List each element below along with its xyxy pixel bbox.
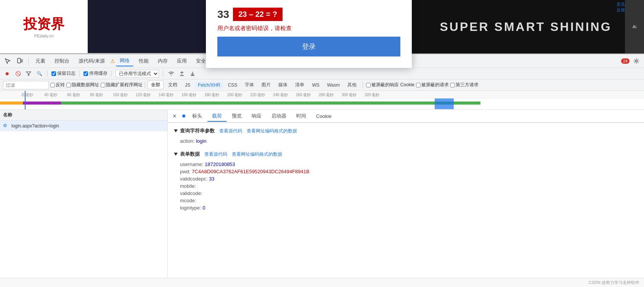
- type-img-btn[interactable]: 图片: [259, 81, 274, 89]
- upload-icon[interactable]: [178, 69, 186, 78]
- settings-icon[interactable]: [631, 56, 642, 66]
- right-ad-text: SUPER SMART SHINING: [440, 20, 612, 34]
- form-param-mobile: mobile:: [174, 182, 638, 190]
- type-css-btn[interactable]: CSS: [225, 82, 241, 89]
- type-other-btn[interactable]: 其他: [344, 81, 360, 89]
- filter-sep: [145, 82, 145, 88]
- detail-tab-response[interactable]: 响应: [247, 111, 266, 122]
- form-view-source-link[interactable]: 查看源代码: [204, 151, 227, 158]
- feedback-btn[interactable]: 意见反馈: [617, 2, 625, 13]
- hide-extension-urls-checkbox[interactable]: 隐藏扩展程序网址: [101, 82, 143, 88]
- requests-header-label: 名称: [3, 112, 12, 118]
- type-ws-btn[interactable]: WS: [309, 82, 322, 89]
- detail-tab-initiator[interactable]: 启动器: [267, 111, 291, 122]
- request-item-login[interactable]: ⚙ login.aspx?action=login: [0, 121, 167, 131]
- disable-cache-label: 停用缓存: [89, 70, 108, 77]
- tab-console[interactable]: 控制台: [51, 56, 73, 66]
- inspect-icon[interactable]: [2, 56, 13, 66]
- device-icon[interactable]: [14, 56, 25, 66]
- throttle-dropdown[interactable]: 已停用节流模式: [116, 70, 159, 77]
- logo-main-text: 投资界: [23, 15, 64, 34]
- invert-checkbox[interactable]: 反转: [50, 82, 65, 88]
- hide-data-urls-checkbox[interactable]: 隐藏数据网址: [66, 82, 99, 88]
- tab-elements[interactable]: 元素: [32, 56, 49, 66]
- tab-network-wrapper: ⚠ 网络: [110, 56, 133, 66]
- detail-tab-cookies[interactable]: Cookie: [312, 112, 336, 121]
- query-param-action-val: login: [196, 138, 206, 144]
- tick-240ms: 240 毫秒: [273, 92, 288, 98]
- bottom-bar-text: CSDN @努力学习名种软件: [589, 280, 639, 285]
- detail-tab-payload[interactable]: 载荷: [207, 111, 226, 122]
- query-section-title-row: 查询字符串参数: [174, 127, 215, 134]
- type-font-btn[interactable]: 字体: [242, 81, 257, 89]
- tick-260ms: 260 毫秒: [296, 92, 311, 98]
- detail-tab-timing[interactable]: 时间: [292, 111, 311, 122]
- close-btn[interactable]: ✕: [171, 112, 178, 120]
- query-expand-icon[interactable]: [174, 129, 178, 132]
- toolbar-sep-4: [163, 71, 163, 77]
- requests-panel: 名称 ⚙ login.aspx?action=login: [0, 110, 168, 287]
- query-param-action-key: action:: [180, 138, 196, 144]
- query-view-source-link[interactable]: 查看源代码: [219, 128, 242, 134]
- filter-toolbar: 反转 隐藏数据网址 隐藏扩展程序网址 全部 文档 JS Fetch/XHR CS…: [0, 79, 644, 91]
- tick-100ms: 100 毫秒: [113, 92, 128, 98]
- timeline-area: 20毫秒 40 毫秒 60 毫秒 80 毫秒 100 毫秒 120 毫秒 140…: [0, 91, 644, 110]
- svg-point-3: [171, 75, 172, 76]
- tick-200ms: 200 毫秒: [227, 92, 242, 98]
- devtools-panel: 元素 控制台 源代码/来源 ⚠ 网络 性能 内存 应用 安全 Lighthous…: [0, 53, 644, 287]
- detail-tab-headers[interactable]: 标头: [188, 111, 207, 122]
- login-button[interactable]: 登录: [217, 37, 400, 56]
- disable-cache-checkbox[interactable]: 停用缓存: [84, 70, 108, 77]
- download-icon[interactable]: [188, 69, 197, 78]
- form-param-mcode-key: mcode:: [180, 198, 196, 203]
- type-js-btn[interactable]: JS: [182, 82, 193, 89]
- svg-point-2: [636, 60, 638, 62]
- filter-input[interactable]: [3, 81, 49, 89]
- tab-network[interactable]: 网络: [116, 56, 133, 66]
- form-param-logintype: logintype: 0: [174, 204, 638, 211]
- form-param-validcodepc-val: 33: [209, 176, 214, 182]
- clear-btn[interactable]: 🚫: [14, 69, 22, 78]
- form-param-username-val: 18720180853: [205, 161, 235, 167]
- type-fetch-xhr-btn[interactable]: Fetch/XHR: [195, 82, 223, 89]
- form-param-validcode-key: validcode:: [180, 190, 202, 196]
- filter-toggle-btn[interactable]: [24, 69, 33, 78]
- ai-btn[interactable]: Ai: [633, 24, 636, 29]
- form-param-validcodepc: validcodepc: 33: [174, 175, 638, 182]
- type-media-btn[interactable]: 媒体: [275, 81, 291, 89]
- tick-20ms: 20毫秒: [21, 92, 33, 98]
- error-badge: 24: [621, 58, 630, 64]
- preserve-log-checkbox[interactable]: 保留日志: [51, 70, 75, 77]
- form-param-validcodepc-key: validcodepc:: [180, 176, 209, 182]
- devtools-right-controls: 24: [621, 56, 642, 66]
- blocked-cookies-checkbox[interactable]: 被屏蔽的响应 Cookie: [366, 82, 414, 88]
- type-all-btn[interactable]: 全部: [148, 81, 164, 89]
- search-btn[interactable]: 🔍: [35, 69, 43, 78]
- type-wasm-btn[interactable]: Wasm: [324, 82, 343, 89]
- tab-performance[interactable]: 性能: [135, 56, 153, 66]
- tl-bar-yellow: [0, 102, 23, 105]
- wifi-icon[interactable]: [167, 69, 175, 78]
- detail-tabs-bar: ✕ 标头 载荷 预览 响应 启动器 时间 Cookie: [168, 110, 644, 123]
- dot-blue: [182, 114, 185, 118]
- tab-sources[interactable]: 源代码/来源: [75, 56, 109, 66]
- toolbar-sep-3: [111, 71, 112, 77]
- form-param-mobile-key: mobile:: [180, 183, 196, 189]
- type-manifest-btn[interactable]: 清单: [292, 81, 307, 89]
- tab-memory[interactable]: 内存: [154, 56, 172, 66]
- blocked-requests-checkbox[interactable]: 被屏蔽的请求: [416, 82, 449, 88]
- form-expand-icon[interactable]: [174, 153, 178, 156]
- request-item-name: login.aspx?action=login: [11, 123, 59, 129]
- type-doc-btn[interactable]: 文档: [165, 81, 180, 89]
- form-param-pwd: pwd: 7C4A8D09CA3762AF61E59520943DC26494F…: [174, 168, 638, 175]
- third-party-label: 第三方请求: [456, 82, 479, 88]
- query-view-url-encoded-link[interactable]: 查看网址编码格式的数据: [247, 128, 297, 134]
- form-view-url-encoded-link[interactable]: 查看网址编码格式的数据: [232, 151, 282, 158]
- error-message: 用户名或者密码错误，请检查: [217, 25, 400, 32]
- third-party-checkbox[interactable]: 第三方请求: [450, 82, 479, 88]
- detail-tab-preview[interactable]: 预览: [227, 111, 246, 122]
- tab-application[interactable]: 应用: [173, 56, 191, 66]
- record-btn[interactable]: ⏺: [3, 69, 11, 78]
- form-param-validcode: validcode:: [174, 190, 638, 197]
- tl-bar-purple: [23, 102, 61, 105]
